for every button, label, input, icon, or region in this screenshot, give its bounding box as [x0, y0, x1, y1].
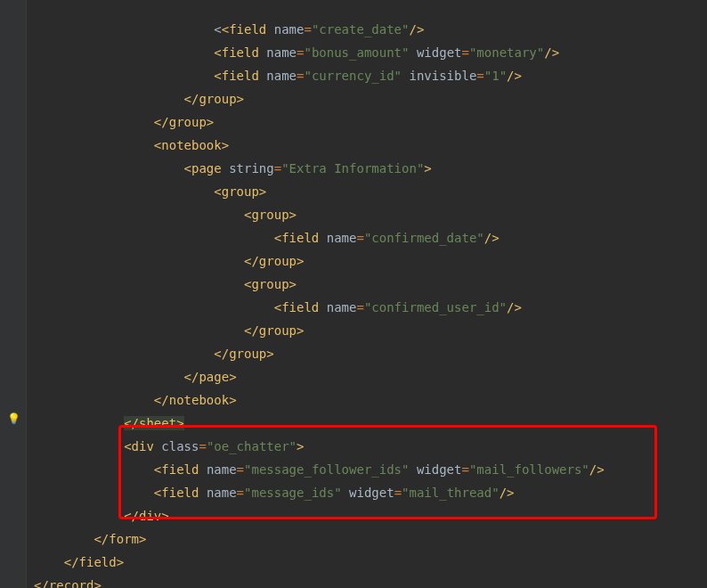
code-line[interactable]: </notebook> [34, 388, 605, 412]
code-line[interactable] [34, 0, 605, 18]
code-line[interactable]: <field name="bonus_amount" widget="monet… [34, 41, 605, 64]
code-line[interactable]: </field> [34, 551, 605, 574]
code-line[interactable]: <group> [34, 203, 605, 226]
code-line[interactable]: </record> [34, 574, 605, 588]
code-line[interactable]: </page> [34, 365, 605, 388]
lightbulb-icon[interactable]: 💡 [7, 407, 20, 430]
code-line[interactable]: <field name="message_ids" widget="mail_t… [34, 481, 605, 504]
code-line[interactable]: <group> [34, 273, 605, 296]
code-line[interactable]: <page string="Extra Information"> [34, 157, 605, 180]
code-line[interactable]: <div class="oe_chatter"> [34, 435, 605, 458]
code-line[interactable]: <notebook> [34, 134, 605, 157]
code-line[interactable]: </group> [34, 249, 605, 273]
code-line[interactable]: </group> [34, 87, 605, 110]
code-line[interactable]: </div> [34, 504, 605, 527]
editor-gutter: 💡 [0, 0, 27, 588]
code-editor-body[interactable]: <<field name="create_date"/> <field name… [34, 0, 605, 588]
code-line[interactable]: </sheet> [34, 412, 605, 435]
code-line[interactable]: <field name="currency_id" invisible="1"/… [34, 64, 605, 87]
code-line[interactable]: </group> [34, 319, 605, 342]
code-line[interactable]: </form> [34, 527, 605, 551]
code-line[interactable]: <<field name="create_date"/> [34, 18, 605, 41]
code-line[interactable]: <field name="confirmed_user_id"/> [34, 296, 605, 319]
code-line[interactable]: </group> [34, 110, 605, 134]
code-line[interactable]: <field name="confirmed_date"/> [34, 226, 605, 249]
code-line[interactable]: <field name="message_follower_ids" widge… [34, 458, 605, 481]
code-line[interactable]: </group> [34, 342, 605, 365]
code-line[interactable]: <group> [34, 180, 605, 203]
